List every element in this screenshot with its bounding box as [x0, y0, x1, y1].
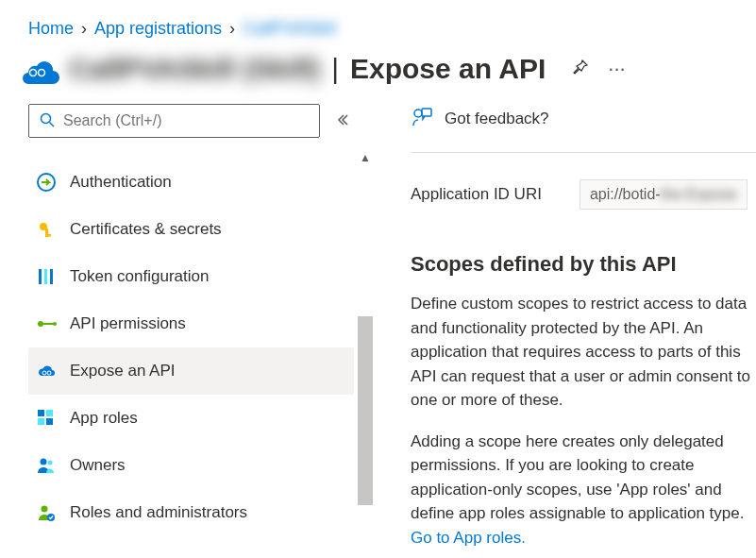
- sidebar-item-app-roles[interactable]: App roles: [28, 395, 354, 442]
- svg-point-21: [48, 461, 53, 465]
- sidebar-item-label: Owners: [70, 456, 126, 475]
- sidebar-item-owners[interactable]: Owners: [28, 442, 354, 489]
- svg-rect-17: [46, 410, 53, 416]
- sidebar-item-label: Authentication: [70, 173, 172, 192]
- feedback-link[interactable]: Got feedback?: [411, 106, 756, 131]
- app-roles-icon: [36, 408, 57, 429]
- title-separator: |: [331, 53, 339, 85]
- application-id-uri-row: Application ID URI api://botid-the-Expos…: [411, 179, 756, 210]
- svg-line-3: [50, 122, 55, 127]
- scroll-thumb[interactable]: [358, 316, 373, 505]
- page-header: CallPVASkill (Skill) | Expose an API ···: [0, 48, 756, 104]
- sidebar-item-label: App roles: [70, 409, 138, 428]
- breadcrumb-separator: ›: [229, 19, 235, 39]
- main-content: Got feedback? Application ID URI api://b…: [354, 104, 756, 558]
- sidebar-item-token-configuration[interactable]: Token configuration: [28, 253, 354, 300]
- application-id-uri-label: Application ID URI: [411, 185, 542, 204]
- more-menu-icon[interactable]: ···: [608, 57, 625, 81]
- breadcrumb-separator: ›: [81, 19, 87, 39]
- svg-rect-8: [39, 269, 42, 284]
- feedback-icon: [411, 106, 433, 131]
- svg-rect-19: [46, 418, 53, 425]
- scopes-description-2: Adding a scope here creates only delegat…: [411, 430, 756, 550]
- application-id-uri-value[interactable]: api://botid-the-Expose: [580, 179, 748, 210]
- search-input[interactable]: [63, 112, 310, 129]
- sidebar-item-label: Roles and administrators: [70, 503, 247, 522]
- svg-point-20: [41, 459, 47, 465]
- breadcrumb-current: CallPVASkill: [243, 19, 336, 39]
- svg-rect-16: [38, 410, 44, 416]
- api-permissions-icon: [36, 313, 57, 334]
- sidebar-item-label: Token configuration: [70, 267, 209, 286]
- svg-rect-18: [38, 418, 44, 425]
- pin-icon[interactable]: [570, 59, 589, 80]
- sidebar-item-expose-an-api[interactable]: Expose an API: [28, 347, 354, 395]
- sidebar-item-label: API permissions: [70, 314, 186, 333]
- svg-rect-7: [45, 234, 51, 237]
- token-icon: [36, 266, 57, 287]
- search-icon: [39, 111, 56, 131]
- sidebar-scrollbar[interactable]: ▲: [358, 151, 373, 529]
- auth-icon: [36, 172, 57, 193]
- key-icon: [36, 219, 57, 240]
- svg-point-22: [42, 506, 48, 513]
- app-id-suffix-blurred: the-Expose: [661, 186, 737, 202]
- collapse-sidebar-icon[interactable]: [337, 111, 354, 131]
- cloud-gear-icon: [19, 54, 61, 84]
- sidebar-item-api-permissions[interactable]: API permissions: [28, 300, 354, 347]
- cloud-gear-icon: [36, 361, 57, 381]
- svg-rect-9: [44, 269, 47, 284]
- svg-rect-10: [50, 269, 53, 284]
- svg-point-2: [42, 113, 51, 123]
- scroll-up-arrow-icon[interactable]: ▲: [358, 151, 373, 164]
- search-input-wrapper[interactable]: [28, 104, 320, 138]
- svg-rect-25: [422, 109, 431, 116]
- roles-admin-icon: [36, 502, 57, 523]
- svg-point-13: [53, 322, 57, 326]
- sidebar-item-roles-administrators[interactable]: Roles and administrators: [28, 489, 354, 536]
- sidebar-item-certificates-secrets[interactable]: Certificates & secrets: [28, 206, 354, 253]
- breadcrumb: Home › App registrations › CallPVASkill: [0, 0, 756, 48]
- sidebar-nav: ▲ Authentication Certificates & secrets …: [28, 159, 354, 536]
- sidebar-item-authentication[interactable]: Authentication: [28, 159, 354, 206]
- go-to-app-roles-link[interactable]: Go to App roles.: [411, 529, 526, 547]
- app-name: CallPVASkill (Skill): [69, 53, 320, 85]
- svg-point-24: [414, 110, 422, 117]
- divider: [411, 152, 756, 153]
- sidebar: ▲ Authentication Certificates & secrets …: [28, 104, 354, 558]
- scopes-description-1: Define custom scopes to restrict access …: [411, 292, 756, 413]
- sidebar-item-label: Certificates & secrets: [70, 220, 222, 239]
- scopes-heading: Scopes defined by this API: [411, 252, 756, 277]
- feedback-label: Got feedback?: [445, 110, 549, 128]
- scopes-description-2-text: Adding a scope here creates only delegat…: [411, 432, 744, 523]
- breadcrumb-app-registrations[interactable]: App registrations: [94, 19, 222, 39]
- page-title: Expose an API: [350, 53, 546, 85]
- sidebar-item-label: Expose an API: [70, 362, 176, 380]
- svg-point-11: [38, 321, 43, 327]
- app-id-prefix: api://botid-: [590, 186, 661, 202]
- owners-icon: [36, 455, 57, 476]
- breadcrumb-home[interactable]: Home: [28, 19, 74, 39]
